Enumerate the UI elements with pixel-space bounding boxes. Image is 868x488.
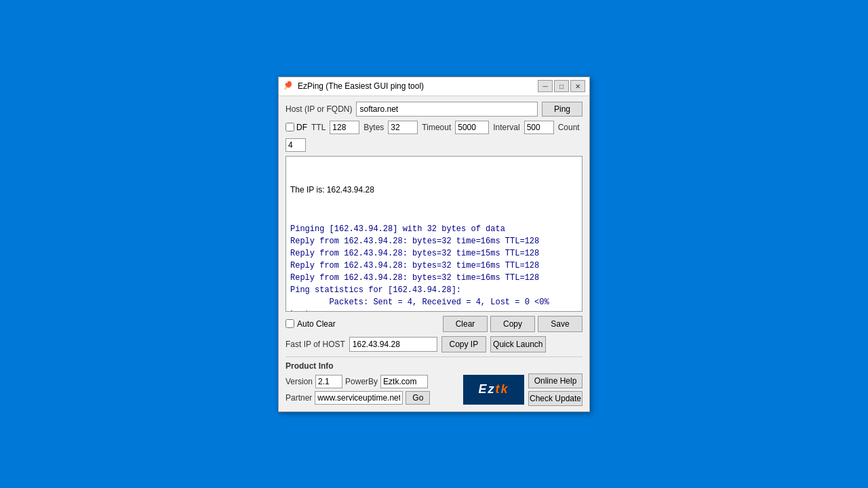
check-update-button[interactable]: Check Update bbox=[528, 391, 583, 406]
options-row: DF TTL Bytes Timeout Interval Count bbox=[285, 121, 583, 152]
bytes-input[interactable] bbox=[388, 121, 418, 134]
main-window: 🏓 EzPing (The Easiest GUI ping tool) ─ □… bbox=[278, 77, 590, 412]
window-title: EzPing (The Easiest GUI ping tool) bbox=[298, 81, 538, 91]
output-line: Pinging [162.43.94.28] with 32 bytes of … bbox=[290, 223, 578, 235]
ip-line: The IP is: 162.43.94.28 bbox=[290, 184, 578, 196]
output-line: Reply from 162.43.94.28: bytes=32 time=1… bbox=[290, 235, 578, 247]
output-line: Reply from 162.43.94.28: bytes=32 time=1… bbox=[290, 260, 578, 272]
partner-row: Partner Go bbox=[285, 391, 459, 405]
save-button[interactable]: Save bbox=[538, 316, 583, 332]
title-bar-buttons: ─ □ ✕ bbox=[538, 80, 585, 92]
output-line: Reply from 162.43.94.28: bytes=32 time=1… bbox=[290, 247, 578, 260]
powerby-label: PowerBy bbox=[345, 377, 378, 386]
logo-ez: Ez bbox=[478, 382, 495, 396]
ttl-input[interactable] bbox=[330, 121, 359, 134]
fast-ip-label: Fast IP of HOST bbox=[285, 340, 345, 349]
output-line: Ping statistics for [162.43.94.28]: bbox=[290, 284, 578, 296]
df-checkbox-label[interactable]: DF bbox=[285, 123, 307, 132]
action-buttons: Clear Copy Save bbox=[443, 316, 583, 332]
powerby-input[interactable] bbox=[380, 375, 428, 388]
ping-button[interactable]: Ping bbox=[542, 102, 583, 117]
product-bottom: Version PowerBy Partner Go Eztk Onli bbox=[285, 373, 583, 406]
interval-label: Interval bbox=[493, 123, 519, 132]
df-label: DF bbox=[296, 123, 307, 132]
minimize-button[interactable]: ─ bbox=[538, 80, 553, 92]
copy-ip-button[interactable]: Copy IP bbox=[441, 336, 486, 352]
side-buttons: Online Help Check Update bbox=[528, 373, 583, 406]
quick-launch-button[interactable]: Quick Launch bbox=[490, 336, 546, 352]
timeout-label: Timeout bbox=[422, 123, 451, 132]
title-bar: 🏓 EzPing (The Easiest GUI ping tool) ─ □… bbox=[279, 77, 589, 96]
bytes-label: Bytes bbox=[363, 123, 384, 132]
product-section: Product Info Version PowerBy Partner Go bbox=[285, 357, 583, 406]
clear-button[interactable]: Clear bbox=[443, 316, 488, 332]
product-title: Product Info bbox=[285, 361, 583, 371]
partner-label: Partner bbox=[285, 393, 312, 403]
go-button[interactable]: Go bbox=[406, 391, 430, 405]
close-button[interactable]: ✕ bbox=[570, 80, 585, 92]
host-label: Host (IP or FQDN) bbox=[285, 104, 352, 114]
app-icon: 🏓 bbox=[283, 81, 294, 92]
timeout-input[interactable] bbox=[455, 121, 489, 134]
count-input[interactable] bbox=[285, 138, 306, 152]
version-input[interactable] bbox=[315, 375, 342, 388]
count-label: Count bbox=[558, 123, 580, 132]
auto-clear-text: Auto Clear bbox=[297, 319, 336, 329]
copy-button[interactable]: Copy bbox=[490, 316, 535, 332]
content-area: Host (IP or FQDN) Ping DF TTL Bytes Time… bbox=[279, 96, 589, 411]
output-line: Reply from 162.43.94.28: bytes=32 time=1… bbox=[290, 272, 578, 284]
interval-input[interactable] bbox=[524, 121, 554, 134]
version-label: Version bbox=[285, 377, 313, 386]
ttl-label: TTL bbox=[311, 123, 326, 132]
fast-ip-input[interactable] bbox=[349, 337, 437, 352]
logo-tk: tk bbox=[496, 382, 509, 396]
eztk-logo: Eztk bbox=[463, 375, 524, 405]
auto-clear-checkbox[interactable] bbox=[285, 319, 294, 328]
product-left: Version PowerBy Partner Go bbox=[285, 375, 459, 405]
auto-clear-label[interactable]: Auto Clear bbox=[285, 319, 336, 329]
output-lines: Pinging [162.43.94.28] with 32 bytes of … bbox=[290, 223, 578, 312]
online-help-button[interactable]: Online Help bbox=[528, 373, 583, 388]
action-row: Auto Clear Clear Copy Save bbox=[285, 316, 583, 332]
output-area: The IP is: 162.43.94.28 Pinging [162.43.… bbox=[285, 156, 583, 312]
version-row: Version PowerBy bbox=[285, 375, 459, 388]
output-line: Packets: Sent = 4, Received = 4, Lost = … bbox=[290, 296, 578, 312]
host-input[interactable] bbox=[356, 102, 538, 117]
df-checkbox[interactable] bbox=[285, 123, 294, 131]
partner-input[interactable] bbox=[315, 391, 403, 405]
host-row: Host (IP or FQDN) Ping bbox=[285, 102, 583, 117]
fast-ip-row: Fast IP of HOST Copy IP Quick Launch bbox=[285, 336, 583, 352]
maximize-button[interactable]: □ bbox=[554, 80, 569, 92]
